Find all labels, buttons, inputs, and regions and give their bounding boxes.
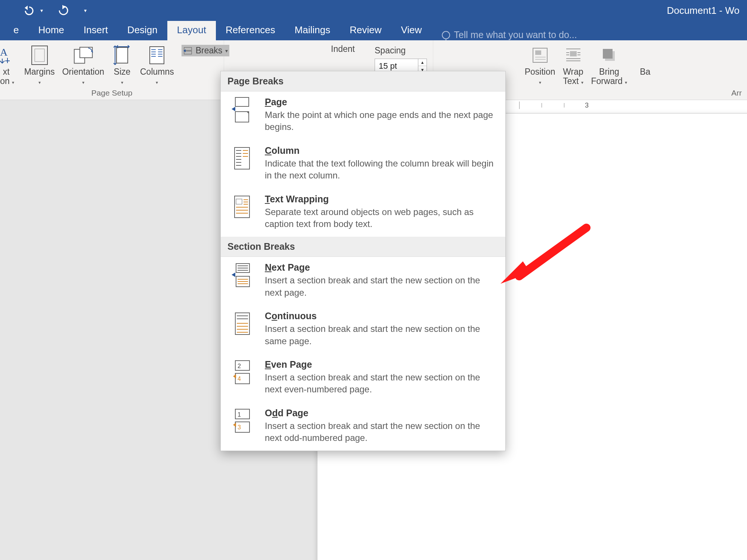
menu-item-page-break[interactable]: Page Mark the point at which one page en… — [221, 91, 505, 140]
breaks-button[interactable]: Breaks ▾ — [182, 45, 230, 56]
tab-mailings[interactable]: Mailings — [285, 20, 340, 40]
svg-text:A: A — [0, 46, 8, 58]
lightbulb-icon — [442, 31, 450, 39]
tab-insert[interactable]: Insert — [74, 20, 118, 40]
size-button[interactable]: Size▾ — [108, 43, 136, 88]
margins-button[interactable]: Margins▾ — [21, 43, 59, 88]
orientation-icon — [73, 45, 94, 66]
ruler-mark-3: 3 — [585, 102, 589, 109]
svg-rect-44 — [236, 199, 242, 204]
repeat-button[interactable] — [58, 5, 69, 16]
tab-design[interactable]: Design — [118, 20, 167, 40]
text-direction-icon: A — [0, 45, 17, 66]
qat-customize[interactable]: ▾ — [84, 7, 87, 13]
even-page-break-icon: 2 4 — [229, 359, 255, 385]
indent-label: Indent — [329, 43, 372, 55]
document-title: Document1 - Wo — [667, 0, 740, 21]
tell-me-search[interactable]: Tell me what you want to do... — [431, 29, 577, 40]
columns-icon — [146, 45, 167, 66]
position-button[interactable]: Position▾ — [521, 43, 559, 88]
quick-access-toolbar: ▾ ▾ — [0, 5, 87, 16]
next-page-break-icon — [229, 262, 255, 288]
wrap-text-button[interactable]: WrapText ▾ — [559, 43, 588, 88]
svg-rect-17 — [533, 48, 547, 62]
svg-rect-32 — [235, 112, 249, 122]
svg-rect-5 — [117, 47, 128, 63]
odd-page-break-icon: 1 3 — [229, 408, 255, 434]
ribbon-tabs: e Home Insert Design Layout References M… — [0, 21, 747, 40]
menu-item-next-page-break[interactable]: Next Page Insert a section break and sta… — [221, 257, 505, 305]
title-bar: ▾ ▾ Document1 - Wo — [0, 0, 747, 21]
page-break-icon — [229, 97, 255, 123]
menu-item-column-break[interactable]: Column Indicate that the text following … — [221, 140, 505, 189]
group-label-page-setup: Page Setup — [92, 88, 133, 99]
breaks-icon — [183, 46, 193, 56]
tab-home[interactable]: Home — [28, 20, 74, 40]
svg-rect-31 — [235, 97, 249, 106]
menu-item-odd-page-break[interactable]: 1 3 Odd Page Insert a section break and … — [221, 402, 505, 451]
menu-header-section-breaks: Section Breaks — [221, 237, 505, 257]
svg-rect-6 — [150, 47, 164, 64]
tab-view[interactable]: View — [391, 20, 431, 40]
orientation-button[interactable]: Orientation▾ — [58, 43, 108, 88]
tab-file-truncated[interactable]: e — [4, 20, 28, 40]
tell-me-placeholder: Tell me what you want to do... — [454, 29, 577, 40]
wrap-text-icon — [563, 45, 584, 66]
bring-forward-button[interactable]: BringForward ▾ — [588, 43, 631, 88]
send-backward-button-truncated[interactable]: Ba — [631, 43, 659, 78]
menu-item-continuous-break[interactable]: Continuous Insert a section break and st… — [221, 305, 505, 354]
group-page-setup: A xtion ▾ Margins▾ — [0, 40, 224, 100]
svg-text:2: 2 — [238, 363, 241, 369]
text-wrapping-break-icon — [229, 194, 255, 220]
tab-review[interactable]: Review — [340, 20, 391, 40]
menu-item-even-page-break[interactable]: 2 4 Even Page Insert a section break and… — [221, 354, 505, 402]
svg-rect-21 — [570, 51, 577, 56]
group-label-arrange: Arr — [731, 88, 744, 99]
svg-rect-30 — [603, 49, 613, 59]
text-direction-button[interactable]: A xtion ▾ — [0, 43, 21, 88]
spin-up-icon[interactable]: ▲ — [418, 59, 427, 66]
bring-forward-icon — [599, 45, 620, 66]
svg-text:4: 4 — [238, 376, 241, 382]
size-icon — [112, 45, 133, 66]
margins-icon — [29, 45, 50, 66]
position-icon — [530, 45, 551, 66]
svg-text:1: 1 — [238, 411, 241, 418]
svg-rect-18 — [535, 50, 541, 55]
columns-button[interactable]: Columns▾ — [136, 43, 178, 88]
menu-item-text-wrapping-break[interactable]: Text Wrapping Separate text around objec… — [221, 189, 505, 237]
tab-layout[interactable]: Layout — [167, 20, 216, 40]
breaks-dropdown-menu: Page Breaks Page Mark the point at which… — [220, 71, 506, 451]
svg-text:3: 3 — [238, 424, 241, 430]
spacing-label: Spacing — [375, 45, 427, 56]
svg-rect-2 — [35, 49, 44, 62]
continuous-break-icon — [229, 311, 255, 337]
menu-header-page-breaks: Page Breaks — [221, 71, 505, 91]
undo-button[interactable]: ▾ — [22, 5, 43, 16]
column-break-icon — [229, 145, 255, 171]
spacing-before-value[interactable] — [375, 61, 418, 71]
tab-references[interactable]: References — [216, 20, 285, 40]
